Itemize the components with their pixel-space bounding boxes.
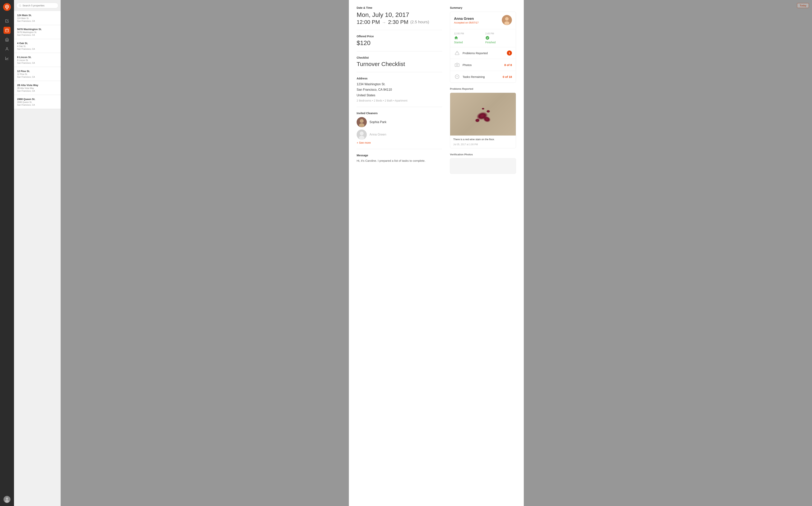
property-list: 124 Main St. 124 Main St. San Francisco,… <box>14 0 61 506</box>
problem-date: Jul 05, 2017 at 1:00 PM <box>450 143 516 148</box>
sidebar-item-home[interactable] <box>3 36 10 43</box>
summary-card: Anna Green Accepted on 05/07/17 <box>450 12 516 83</box>
property-city: San Francisco, CA <box>17 76 58 78</box>
property-name: 2888 Queen St. <box>17 98 58 101</box>
sidebar <box>0 0 14 506</box>
property-address: 4 Oak St. <box>17 45 58 48</box>
property-details: 2 Bedrooms • 2 Beds • 2 Bath • Apartment <box>357 99 442 102</box>
finished-label: Finished <box>485 41 512 44</box>
property-city: San Francisco, CA <box>17 48 58 50</box>
checklist-label: Checklist <box>357 56 442 59</box>
tasks-icon <box>454 74 460 80</box>
property-item[interactable]: 124 Main St. 124 Main St. San Francisco,… <box>14 11 61 25</box>
property-item[interactable]: 4 Oak St. 4 Oak St. San Francisco, CA <box>14 39 61 53</box>
property-name: 124 Main St. <box>17 14 58 17</box>
search-input[interactable] <box>22 4 56 7</box>
property-address: 2B Alta Vista Way <box>17 87 58 89</box>
svg-point-11 <box>5 500 9 503</box>
property-address: 124 Main St. <box>17 17 58 19</box>
verification-title: Verification Photos <box>450 153 516 156</box>
finished-time-item: 2:45 PM Finished <box>485 32 512 44</box>
sidebar-item-checklist[interactable] <box>3 17 10 24</box>
svg-point-15 <box>360 119 364 123</box>
svg-point-18 <box>360 132 364 135</box>
divider <box>357 107 442 107</box>
property-item[interactable]: 2B Alta Vista Way 2B Alta Vista Way San … <box>14 81 61 95</box>
photos-value: 8 of 8 <box>504 63 512 67</box>
property-name: 12 Pine St. <box>17 70 58 73</box>
cleaner-item: Anna Green <box>357 130 442 140</box>
property-city: San Francisco, CA <box>17 90 58 92</box>
svg-point-2 <box>6 6 8 7</box>
camera-icon <box>454 62 460 68</box>
search-icon <box>19 4 21 7</box>
photos-label: Photos <box>463 63 502 67</box>
started-time-item: 12:00 PM Started <box>454 32 481 44</box>
svg-point-27 <box>456 64 458 66</box>
date-value: Mon, July 10, 2017 <box>357 11 442 19</box>
main-area: Today Date & Time Mon, July 10, 2017 12:… <box>61 0 812 506</box>
search-input-wrap[interactable] <box>16 3 58 8</box>
address-line2: San Francisco, CA 94110 <box>357 87 442 93</box>
property-address: 2888 Queen St. <box>17 101 58 103</box>
time-start: 12:00 PM <box>357 19 380 25</box>
svg-marker-23 <box>454 36 458 39</box>
svg-point-12 <box>19 5 21 6</box>
app-logo[interactable] <box>3 3 11 12</box>
problem-image <box>450 93 516 136</box>
summary-cleaner-info: Anna Green Accepted on 05/07/17 <box>454 17 479 24</box>
svg-point-16 <box>359 123 364 127</box>
cleaner-sophia-avatar <box>357 117 367 127</box>
tasks-remaining-row[interactable]: Tasks Remaining 0 of 18 <box>450 71 516 83</box>
cleaners-list: Sophia Park Anna Green <box>357 117 442 140</box>
finished-icon <box>485 36 489 40</box>
see-more-button[interactable]: + See more <box>357 141 442 144</box>
summary-cleaner-avatar <box>502 15 512 26</box>
summary-accepted: Accepted on 05/07/17 <box>454 21 479 24</box>
property-name: 8 Lincon St. <box>17 56 58 59</box>
cleaner-sophia-name: Sophia Park <box>369 120 386 124</box>
started-icon <box>454 36 458 40</box>
sidebar-item-person[interactable] <box>3 46 10 53</box>
property-city: San Francisco, CA <box>17 104 58 106</box>
time-range: 12:00 PM 2:30 PM (2.5 hours) <box>357 19 442 25</box>
offered-price-label: Offered Price <box>357 35 442 38</box>
left-panel: Date & Time Mon, July 10, 2017 12:00 PM … <box>357 6 442 500</box>
verification-section: Verification Photos <box>450 153 516 174</box>
property-address: 8 Lincon St. <box>17 59 58 61</box>
property-item[interactable]: 2888 Queen St. 2888 Queen St. San Franci… <box>14 95 61 109</box>
modal-overlay[interactable]: Date & Time Mon, July 10, 2017 12:00 PM … <box>61 0 812 506</box>
message-text: Hi, it's Caroline. I prepared a list of … <box>357 158 442 163</box>
svg-point-22 <box>504 21 510 25</box>
property-item[interactable]: 8 Lincon St. 8 Lincon St. San Francisco,… <box>14 53 61 67</box>
property-item[interactable]: 12 Pine St. 12 Pine St. San Francisco, C… <box>14 67 61 81</box>
summary-title: Summary <box>450 6 516 9</box>
photos-row[interactable]: Photos 8 of 8 <box>450 59 516 71</box>
problems-reported-row[interactable]: Problems Reported 1 <box>450 47 516 59</box>
problems-section-title: Problems Reported <box>450 87 516 90</box>
problems-label: Problems Reported <box>463 52 504 55</box>
tasks-label: Tasks Remaining <box>463 75 500 78</box>
problems-badge: 1 <box>507 51 512 56</box>
problem-description: There is a red wine stain on the floor. <box>450 136 516 143</box>
cleaner-anna-avatar <box>357 130 367 140</box>
warning-icon <box>454 50 460 56</box>
divider <box>357 72 442 72</box>
summary-header: Anna Green Accepted on 05/07/17 <box>450 12 516 29</box>
divider <box>357 149 442 149</box>
cleaner-anna-name: Anna Green <box>369 133 386 136</box>
property-address: 5678 Washington St. <box>17 31 58 33</box>
sidebar-item-calendar[interactable] <box>3 27 10 34</box>
divider <box>357 51 442 52</box>
time-status-row: 12:00 PM Started 2:45 PM <box>450 29 516 47</box>
address-label: Address <box>357 77 442 80</box>
sidebar-item-chart[interactable] <box>3 55 10 62</box>
search-bar <box>14 0 61 11</box>
user-avatar[interactable] <box>3 496 10 503</box>
address-block: 1234 Washington St. San Francisco, CA 94… <box>357 82 442 98</box>
svg-point-19 <box>359 136 364 140</box>
svg-point-8 <box>6 48 8 49</box>
property-item[interactable]: 5678 Washington St. 5678 Washington St. … <box>14 25 61 39</box>
svg-line-13 <box>20 6 21 6</box>
property-city: San Francisco, CA <box>17 20 58 22</box>
